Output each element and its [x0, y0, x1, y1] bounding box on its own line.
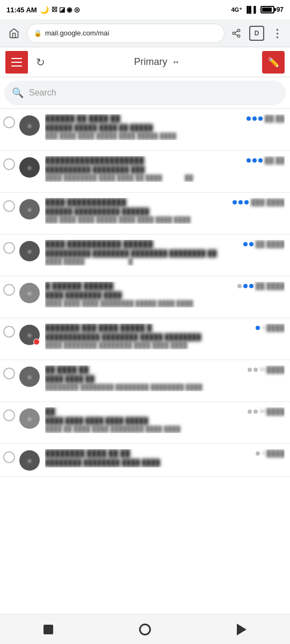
lock-icon: 🔒	[34, 30, 42, 37]
email-top-row-7: ██ ████ ██ •• ████	[45, 365, 285, 374]
hamburger-line-2	[11, 62, 22, 63]
checkbox-7[interactable]	[3, 368, 15, 379]
home-circle-icon	[139, 624, 151, 635]
title-text: Primary	[134, 56, 168, 67]
checkbox-1[interactable]	[3, 116, 15, 128]
email-content-5: █ ██████ ██████ ██ ████ ████ ████████ ██…	[45, 282, 285, 308]
status-bar: 11:45 AM 🌙 ☒ ◪ ◉ ◎ 4G⁺ ▐▌▌ 97	[0, 0, 290, 19]
subject-8: ████ ████ ████ ████ █████	[45, 417, 285, 425]
status-indicators: 4G⁺ ▐▌▌ 97	[231, 6, 284, 13]
avatar-3: ●	[19, 199, 40, 219]
moon-icon: 🌙	[40, 5, 49, 14]
network-icon: 4G⁺	[231, 6, 242, 13]
email-item-6[interactable]: ● ███████ ███ ████ █████ █ • ████ ██████…	[0, 318, 290, 360]
nav-square-button[interactable]	[35, 616, 62, 643]
tab-switcher-button[interactable]: D	[249, 26, 264, 41]
time-5: ██ ████	[237, 282, 285, 290]
checkbox-3[interactable]	[3, 200, 15, 212]
sender-4: ████ ███████████ ██████	[45, 240, 153, 248]
preview-1: ███ ████ ████ █████ ████ █████ ████	[45, 133, 285, 139]
refresh-button[interactable]: ↻	[30, 52, 50, 72]
menu-button[interactable]	[5, 51, 28, 74]
checkbox-5[interactable]	[3, 284, 15, 296]
time-text-9: • ████	[262, 450, 285, 457]
email-top-row-8: ██ •• ████	[45, 407, 285, 415]
gmail-header: ↻ Primary •• ✏️	[0, 47, 290, 77]
avatar-4: ●	[19, 241, 40, 261]
time-4: ██ ████	[243, 240, 285, 248]
avatar-9: ●	[19, 450, 40, 471]
time-text-5: ██ ████	[256, 282, 285, 290]
url-text: mail.google.com/mai	[45, 29, 218, 37]
email-content-1: ██████ ██ ████ ██ ██ ██ ██████ █████ ███…	[45, 114, 285, 140]
checkbox-8[interactable]	[3, 409, 15, 421]
time-text-3: ███ ████	[251, 199, 285, 206]
email-item-4[interactable]: ● ████ ███████████ ██████ ██ ████ ██████…	[0, 235, 290, 276]
preview-3: ███ ████ ████ █████ ████ ████ ████ ████	[45, 216, 285, 223]
email-content-8: ██ •• ████ ████ ████ ████ ████ █████ ███…	[45, 407, 285, 433]
inbox-title: Primary ••	[50, 56, 262, 68]
email-item-2[interactable]: ● ████████████████████ ██ ██ ██████████ …	[0, 151, 290, 193]
preview-6: ████ ████████ ████████ ████ ████ ████	[45, 342, 285, 348]
search-bar[interactable]: 🔍 Search	[4, 80, 286, 105]
email-content-4: ████ ███████████ ██████ ██ ████ ████████…	[45, 240, 285, 266]
email-item-9[interactable]: ● ████████ ████ ██ ██ • ████ ████████ ██…	[0, 444, 290, 477]
compose-icon: ✏️	[267, 56, 279, 68]
compose-button[interactable]: ✏️	[262, 51, 285, 74]
preview-8: ████ ██ ████ ████ ████████ ████ ████	[45, 426, 285, 432]
checkbox-4[interactable]	[3, 242, 15, 254]
time-1: ██ ██	[247, 115, 285, 122]
svg-point-0	[237, 29, 240, 32]
email-content-2: ████████████████████ ██ ██ ██████████ ██…	[45, 156, 285, 182]
status-time: 11:45 AM 🌙 ☒ ◪ ◉ ◎	[6, 5, 79, 14]
time-text-4: ██ ████	[256, 240, 285, 248]
back-icon	[237, 624, 247, 635]
navigation-bar	[0, 614, 290, 644]
email-top-row-1: ██████ ██ ████ ██ ██ ██	[45, 114, 285, 122]
email-item-8[interactable]: ● ██ •• ████ ████ ████ ████ ████ █████ █…	[0, 402, 290, 444]
time-7: •• ████	[248, 366, 285, 374]
browser-bar: 🔒 mail.google.com/mai D ⋮	[0, 19, 290, 47]
email-content-7: ██ ████ ██ •• ████ ████ ████ ██ ████████…	[45, 365, 285, 391]
nav-circle-button[interactable]	[132, 616, 158, 643]
search-placeholder: Search	[29, 88, 278, 98]
email-item-7[interactable]: ● ██ ████ ██ •• ████ ████ ████ ██ ██████…	[0, 360, 290, 402]
browser-actions: D ⋮	[229, 26, 285, 41]
email-item-3[interactable]: ● ████ ████████████ ███ ████ ██████ ████…	[0, 193, 290, 235]
battery-level: 97	[277, 6, 284, 13]
subject-4: ██████████ ████████ ████████ ████████ ██	[45, 250, 285, 257]
svg-line-3	[235, 34, 237, 35]
email-top-row-2: ████████████████████ ██ ██	[45, 156, 285, 164]
email-content-6: ███████ ███ ████ █████ █ • ████ ████████…	[45, 324, 285, 349]
address-bar[interactable]: 🔒 mail.google.com/mai	[27, 24, 224, 43]
more-options-button[interactable]: ⋮	[270, 26, 285, 41]
email-list: ● ██████ ██ ████ ██ ██ ██ ██████ █████ █…	[0, 108, 290, 477]
subject-2: ██████████ ████████ ███	[45, 166, 285, 173]
subject-5: ████ ████████ ████	[45, 291, 285, 299]
avatar-8: ●	[19, 408, 40, 429]
email-top-row-9: ████████ ████ ██ ██ • ████	[45, 449, 285, 457]
email-item-1[interactable]: ● ██████ ██ ████ ██ ██ ██ ██████ █████ █…	[0, 109, 290, 151]
preview-2: ████ ████████ ████ ████ ██ ████ ██	[45, 174, 285, 181]
email-top-row-6: ███████ ███ ████ █████ █ • ████	[45, 324, 285, 332]
svg-line-4	[235, 31, 237, 32]
time-6: • ████	[256, 324, 285, 332]
email-item-5[interactable]: ● █ ██████ ██████ ██ ████ ████ ████████ …	[0, 276, 290, 318]
email-top-row-5: █ ██████ ██████ ██ ████	[45, 282, 285, 290]
checkbox-2[interactable]	[3, 158, 15, 170]
checkbox-6[interactable]	[3, 326, 15, 338]
time-3: ███ ████	[233, 199, 285, 206]
subject-7: ████ ████ ██	[45, 375, 285, 383]
share-button[interactable]	[229, 26, 244, 41]
avatar-5: ●	[19, 283, 40, 303]
sender-7: ██ ████ ██	[45, 365, 89, 374]
signal-bars: ▐▌▌	[244, 6, 258, 13]
email-top-row-4: ████ ███████████ ██████ ██ ████	[45, 240, 285, 248]
sender-2: ████████████████████	[45, 156, 144, 164]
stop-icon	[44, 625, 53, 634]
checkbox-9[interactable]	[3, 451, 15, 463]
nav-back-button[interactable]	[228, 616, 255, 643]
avatar-6: ●	[19, 325, 40, 345]
home-button[interactable]	[5, 25, 23, 42]
time-text-7: •• ████	[260, 366, 285, 374]
